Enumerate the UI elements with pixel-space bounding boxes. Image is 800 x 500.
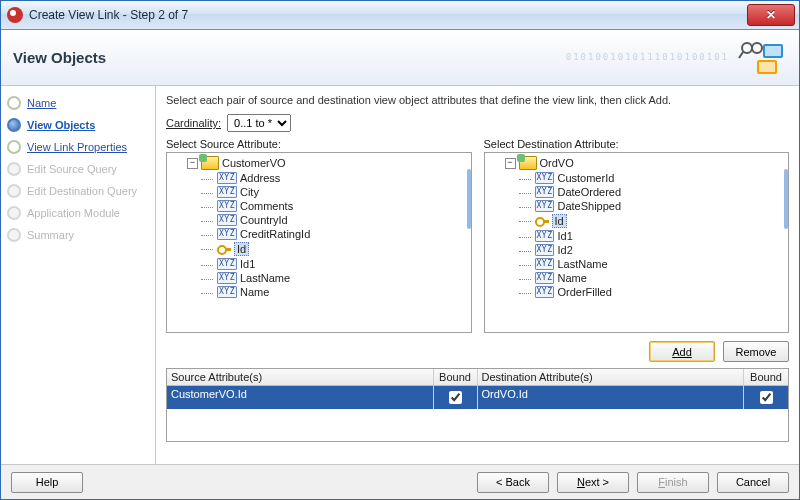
attribute-pair-table: Source Attribute(s) Bound Destination At… (166, 368, 789, 442)
collapse-icon[interactable]: − (187, 158, 198, 169)
instructions-text: Select each pair of source and destinati… (166, 94, 789, 106)
tree-attr-node[interactable]: XYZId2 (533, 243, 789, 257)
step-label[interactable]: Name (27, 97, 56, 109)
tree-attr-label: CountryId (240, 214, 288, 226)
tree-attr-node[interactable]: XYZComments (215, 199, 471, 213)
attribute-icon: XYZ (217, 214, 237, 226)
step-summary: Summary (5, 224, 151, 246)
cell-source: CustomerVO.Id (167, 386, 434, 409)
tree-attr-label: DateShipped (557, 200, 621, 212)
view-object-icon (519, 156, 537, 170)
step-view-link-properties[interactable]: View Link Properties (5, 136, 151, 158)
table-header: Source Attribute(s) Bound Destination At… (167, 369, 788, 386)
cell-bound-src (434, 386, 478, 409)
step-name[interactable]: Name (5, 92, 151, 114)
tree-attr-node[interactable]: XYZName (215, 285, 471, 299)
svg-rect-1 (765, 46, 781, 56)
tree-attr-node[interactable]: XYZOrderFilled (533, 285, 789, 299)
tree-attr-node[interactable]: XYZCity (215, 185, 471, 199)
tree-root-node[interactable]: − OrdVO (503, 155, 789, 171)
cell-destination: OrdVO.Id (478, 386, 745, 409)
decor-binary: 0101001010111010100101 (566, 52, 729, 62)
step-edit-source-query: Edit Source Query (5, 158, 151, 180)
step-edit-destination-query: Edit Destination Query (5, 180, 151, 202)
tree-attr-label: CreditRatingId (240, 228, 310, 240)
tree-attr-label: Name (557, 272, 586, 284)
bound-src-checkbox[interactable] (449, 391, 462, 404)
tree-attr-node[interactable]: XYZLastName (533, 257, 789, 271)
source-tree-label: Select Source Attribute: (166, 138, 472, 150)
step-label: View Objects (27, 119, 95, 131)
view-object-icon (201, 156, 219, 170)
attribute-icon: XYZ (535, 172, 555, 184)
tree-attr-node[interactable]: XYZLastName (215, 271, 471, 285)
tree-attr-label: Name (240, 286, 269, 298)
attribute-icon: XYZ (217, 186, 237, 198)
tree-root-node[interactable]: − CustomerVO (185, 155, 471, 171)
bound-dst-checkbox[interactable] (760, 391, 773, 404)
window-title: Create View Link - Step 2 of 7 (29, 8, 747, 22)
source-tree[interactable]: − CustomerVO XYZAddressXYZCityXYZComment… (166, 152, 472, 333)
close-button[interactable]: ✕ (747, 4, 795, 26)
step-label[interactable]: View Link Properties (27, 141, 127, 153)
titlebar[interactable]: Create View Link - Step 2 of 7 ✕ (1, 1, 799, 30)
svg-rect-3 (759, 62, 775, 72)
remove-button[interactable]: Remove (723, 341, 789, 362)
tree-attr-node[interactable]: XYZId1 (215, 257, 471, 271)
tree-attr-node[interactable]: Id (533, 213, 789, 229)
back-button[interactable]: < Back (477, 472, 549, 493)
attribute-icon: XYZ (217, 200, 237, 212)
tree-attr-node[interactable]: XYZDateShipped (533, 199, 789, 213)
cancel-button[interactable]: Cancel (717, 472, 789, 493)
body: Name View Objects View Link Properties E… (1, 86, 799, 464)
tree-attr-node[interactable]: XYZCustomerId (533, 171, 789, 185)
step-dot-icon (7, 162, 21, 176)
tree-attr-label: Id1 (240, 258, 255, 270)
dest-tree-col: Select Destination Attribute: − OrdVO XY… (484, 138, 790, 333)
tree-attr-label: Id2 (557, 244, 572, 256)
step-label: Application Module (27, 207, 120, 219)
tree-attr-node[interactable]: XYZId1 (533, 229, 789, 243)
tree-attr-label: DateOrdered (557, 186, 621, 198)
col-bound: Bound (434, 369, 478, 385)
next-button[interactable]: Next > (557, 472, 629, 493)
tree-attr-node[interactable]: XYZDateOrdered (533, 185, 789, 199)
step-dot-icon (7, 118, 21, 132)
step-dot-icon (7, 228, 21, 242)
tree-attr-label: Address (240, 172, 280, 184)
step-dot-icon (7, 184, 21, 198)
step-dot-icon (7, 206, 21, 220)
collapse-icon[interactable]: − (505, 158, 516, 169)
attribute-icon: XYZ (535, 258, 555, 270)
attribute-icon: XYZ (535, 200, 555, 212)
tree-attr-node[interactable]: XYZName (533, 271, 789, 285)
add-button[interactable]: Add (649, 341, 715, 362)
main-panel: Select each pair of source and destinati… (156, 86, 799, 464)
header-strip: View Objects 0101001010111010100101 (1, 30, 799, 86)
tree-attr-node[interactable]: Id (215, 241, 471, 257)
tree-attr-node[interactable]: XYZCountryId (215, 213, 471, 227)
attribute-icon: XYZ (535, 244, 555, 256)
step-label: Summary (27, 229, 74, 241)
cardinality-select[interactable]: 0..1 to *1 to ** to 11 to 1* to * (227, 114, 291, 132)
attribute-icon: XYZ (535, 272, 555, 284)
svg-point-4 (742, 43, 752, 53)
attribute-icon: XYZ (217, 272, 237, 284)
tree-root-label: CustomerVO (222, 157, 286, 169)
dest-tree[interactable]: − OrdVO XYZCustomerIdXYZDateOrderedXYZDa… (484, 152, 790, 333)
tree-attr-node[interactable]: XYZAddress (215, 171, 471, 185)
table-empty-space (167, 409, 788, 441)
table-row[interactable]: CustomerVO.Id OrdVO.Id (167, 386, 788, 409)
wizard-footer: Help < Back Next > Finish Cancel (1, 464, 799, 499)
attribute-icon: XYZ (217, 258, 237, 270)
step-view-objects[interactable]: View Objects (5, 114, 151, 136)
tree-attr-label: CustomerId (557, 172, 614, 184)
wizard-steps-sidebar: Name View Objects View Link Properties E… (1, 86, 156, 464)
tree-attr-node[interactable]: XYZCreditRatingId (215, 227, 471, 241)
trees-row: Select Source Attribute: − CustomerVO XY… (166, 138, 789, 333)
cardinality-row: Cardinality: 0..1 to *1 to ** to 11 to 1… (166, 114, 789, 132)
help-button[interactable]: Help (11, 472, 83, 493)
col-destination: Destination Attribute(s) (478, 369, 745, 385)
tree-attr-label: OrderFilled (557, 286, 611, 298)
step-label: Edit Destination Query (27, 185, 137, 197)
